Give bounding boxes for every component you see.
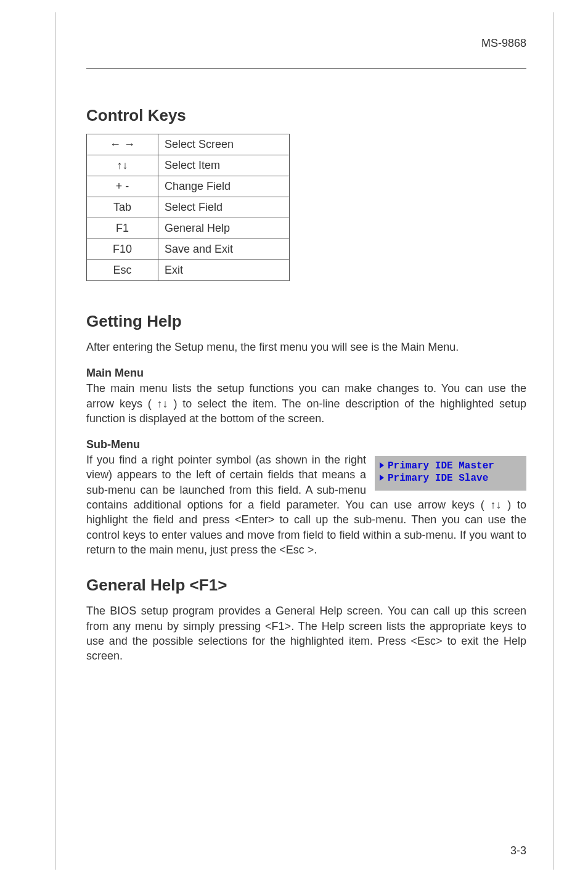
- submenu-label: Primary IDE Master: [388, 460, 494, 472]
- key-cell: + -: [87, 176, 158, 197]
- table-row: F1 General Help: [87, 218, 290, 239]
- key-cell: ↑↓: [87, 155, 158, 176]
- getting-help-intro: After entering the Setup menu, the first…: [86, 340, 526, 354]
- key-cell: F10: [87, 239, 158, 260]
- general-help-title: General Help <F1>: [86, 576, 526, 595]
- header-divider: [86, 68, 526, 69]
- pointer-icon: [380, 475, 384, 481]
- sub-menu-block: Primary IDE Master Primary IDE Slave If …: [86, 452, 526, 557]
- desc-cell: Save and Exit: [158, 239, 290, 260]
- page: MS-9868 Control Keys ← → Select Screen ↑…: [0, 0, 588, 882]
- desc-cell: Select Screen: [158, 134, 290, 155]
- sub-menu-example: Primary IDE Master Primary IDE Slave: [375, 456, 526, 491]
- key-cell: Tab: [87, 197, 158, 218]
- page-number: 3-3: [510, 844, 526, 857]
- desc-cell: Exit: [158, 260, 290, 281]
- sub-menu-heading: Sub-Menu: [86, 438, 526, 451]
- desc-cell: Select Field: [158, 197, 290, 218]
- header-model: MS-9868: [86, 37, 526, 50]
- table-row: Esc Exit: [87, 260, 290, 281]
- submenu-item: Primary IDE Master: [380, 460, 521, 472]
- control-keys-table: ← → Select Screen ↑↓ Select Item + - Cha…: [86, 134, 290, 281]
- control-keys-title: Control Keys: [86, 106, 526, 125]
- desc-cell: Select Item: [158, 155, 290, 176]
- pointer-icon: [380, 462, 384, 468]
- key-cell: F1: [87, 218, 158, 239]
- table-row: ↑↓ Select Item: [87, 155, 290, 176]
- table-row: F10 Save and Exit: [87, 239, 290, 260]
- table-row: ← → Select Screen: [87, 134, 290, 155]
- key-cell: ← →: [87, 134, 158, 155]
- getting-help-title: Getting Help: [86, 312, 526, 331]
- table-row: Tab Select Field: [87, 197, 290, 218]
- main-menu-text: The main menu lists the setup functions …: [86, 381, 526, 426]
- submenu-item: Primary IDE Slave: [380, 472, 521, 484]
- submenu-label: Primary IDE Slave: [388, 473, 488, 484]
- table-row: + - Change Field: [87, 176, 290, 197]
- desc-cell: General Help: [158, 218, 290, 239]
- desc-cell: Change Field: [158, 176, 290, 197]
- key-cell: Esc: [87, 260, 158, 281]
- main-menu-heading: Main Menu: [86, 367, 526, 380]
- general-help-text: The BIOS setup program provides a Genera…: [86, 603, 526, 663]
